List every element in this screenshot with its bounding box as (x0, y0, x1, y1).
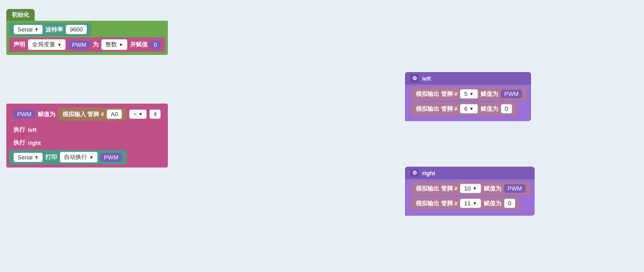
init-header: 初始化 (6, 9, 35, 21)
right-val1[interactable]: PWM (504, 184, 526, 193)
newline-dropdown[interactable]: 自动换行 (60, 152, 98, 163)
assign-value[interactable]: 0 (150, 41, 161, 49)
serial-dropdown[interactable]: Serial (14, 25, 43, 34)
right-row1-analog: 模拟输出 管脚 # (416, 185, 457, 193)
var-name[interactable]: PWM (68, 41, 90, 49)
type-label: 为 (93, 41, 99, 49)
left-func-name: left (422, 75, 431, 82)
gear-icon-left: ⚙ (410, 74, 419, 82)
left-row2-analog: 模拟输出 管脚 # (416, 105, 457, 113)
exec1-label: 执行 (14, 126, 25, 134)
right-row2-assign: 赋值为 (484, 199, 501, 208)
left-val1[interactable]: PWM (501, 90, 522, 98)
pwm-label[interactable]: PWM (14, 110, 35, 118)
init-block: 初始化 Serial 波特率 9600 声明 全局变量 PWM 为 整数 并赋值… (6, 9, 168, 55)
analog-label: 模拟输入 管脚 # (63, 110, 104, 118)
right-pin1[interactable]: 10 (460, 184, 481, 193)
right-row2-analog: 模拟输出 管脚 # (416, 199, 457, 208)
left-pin1[interactable]: 5 (460, 89, 477, 99)
print-label: 打印 (45, 153, 57, 161)
divisor[interactable]: 4 (149, 109, 161, 119)
assign-label: 并赋值 (130, 41, 148, 49)
declare-label: 声明 (14, 41, 25, 49)
left-analog-out-2: 模拟输出 管脚 # 6 赋值为 0 (411, 102, 517, 115)
left-pin2[interactable]: 6 (460, 104, 477, 113)
gear-icon-right: ⚙ (410, 169, 419, 177)
exec-right-block: 执行 right (9, 137, 45, 149)
div-op[interactable]: ÷ (129, 109, 147, 119)
left-val2[interactable]: 0 (501, 104, 512, 113)
type-dropdown[interactable]: 整数 (101, 39, 127, 50)
analog-input-block: 模拟输入 管脚 # A0 (58, 108, 126, 121)
right-row1-assign: 赋值为 (484, 185, 501, 193)
exec-left-block: 执行 left (9, 124, 41, 136)
serial-baud-block: Serial 波特率 9600 (9, 23, 91, 36)
right-analog-out-1: 模拟输出 管脚 # 10 赋值为 PWM (411, 182, 530, 195)
right-function-block: ⚙ right 模拟输出 管脚 # 10 赋值为 PWM 模拟输出 管脚 # 1… (405, 167, 535, 216)
assign-label: 赋值为 (38, 110, 55, 118)
exec2-target: right (28, 140, 41, 146)
right-val2[interactable]: 0 (504, 199, 515, 208)
baud-label: 波特率 (45, 26, 63, 34)
serial-print-block: Serial 打印 自动换行 PWM (9, 150, 126, 164)
left-row2-assign: 赋值为 (481, 105, 498, 113)
scope-dropdown[interactable]: 全局变量 (28, 39, 66, 50)
declare-block: 声明 全局变量 PWM 为 整数 并赋值 0 (9, 37, 165, 52)
left-function-block: ⚙ left 模拟输出 管脚 # 5 赋值为 PWM 模拟输出 管脚 # 6 赋… (405, 72, 531, 121)
left-row1-analog: 模拟输出 管脚 # (416, 90, 457, 98)
loop-block: PWM 赋值为 模拟输入 管脚 # A0 ÷ 4 执行 left 执行 rig (6, 104, 168, 168)
pwm-assign-block: PWM 赋值为 模拟输入 管脚 # A0 ÷ 4 (9, 106, 165, 122)
right-pin2[interactable]: 11 (460, 199, 481, 208)
print-value[interactable]: PWM (100, 153, 122, 162)
serial-dropdown2[interactable]: Serial (14, 153, 43, 162)
left-analog-out-1: 模拟输出 管脚 # 5 赋值为 PWM (411, 87, 527, 100)
pin-value[interactable]: A0 (107, 109, 122, 119)
baud-value[interactable]: 9600 (66, 25, 87, 34)
exec2-label: 执行 (14, 139, 25, 147)
exec1-target: left (28, 127, 37, 133)
right-func-name: right (422, 170, 435, 177)
right-analog-out-2: 模拟输出 管脚 # 11 赋值为 0 (411, 197, 520, 210)
left-row1-assign: 赋值为 (481, 90, 498, 98)
